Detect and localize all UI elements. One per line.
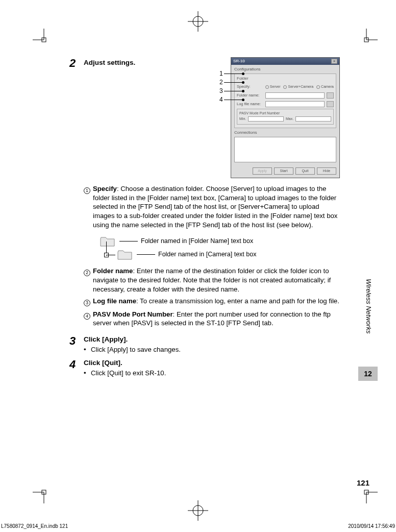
- step-4-number: 4: [69, 358, 84, 370]
- step-2-number: 2: [69, 57, 84, 69]
- pasv-min-input[interactable]: [248, 116, 284, 122]
- step-3: 3 Click [Apply]. •Click [Apply] to save …: [69, 335, 340, 354]
- callout-4: 4: [219, 95, 223, 104]
- step-3-title: Click [Apply].: [84, 335, 340, 344]
- registration-mark-bottom: [188, 500, 208, 521]
- section-side-label: Wireless Networks: [365, 271, 373, 342]
- step-4: 4 Click [Quit]. •Click [Quit] to exit SR…: [69, 358, 340, 378]
- step-4-title: Click [Quit].: [84, 358, 340, 368]
- close-icon[interactable]: ×: [331, 59, 337, 64]
- specify-radios[interactable]: Server Server+Camera Camera: [265, 84, 334, 89]
- crop-mark-bl: [33, 488, 48, 503]
- callout-1: 1: [219, 69, 223, 78]
- item-2-bold: Folder name: [93, 267, 133, 275]
- step-2-title: Adjust settings.: [84, 57, 227, 67]
- callout-2: 2: [219, 78, 223, 87]
- callout-numbers: 1 2 3 4: [219, 69, 243, 104]
- crop-mark-br: [362, 488, 378, 503]
- registration-mark-top: [188, 11, 208, 32]
- foldername-input[interactable]: [265, 92, 325, 99]
- dialog-screenshot: 1 2 3 4 SR-10 × Configurations: [231, 57, 340, 178]
- svg-rect-3: [364, 490, 368, 494]
- connections-list: [234, 137, 336, 162]
- foldername-browse-button[interactable]: [327, 92, 334, 99]
- step-4-bullet: Click [Quit] to exit SR-10.: [91, 369, 166, 378]
- svg-point-4: [193, 16, 203, 27]
- dialog-title-text: SR-10: [233, 59, 245, 64]
- step-3-bullet: Click [Apply] to save changes.: [91, 345, 181, 354]
- footer-filename: L7580872_0914_En.indb 121: [1, 523, 68, 529]
- crop-mark-tr: [362, 29, 378, 44]
- circle-4: 4: [84, 313, 90, 320]
- item-foldername: 2 Folder name: Enter the name of the des…: [84, 267, 340, 294]
- footer-timestamp: 2010/09/14 17:56:49: [348, 523, 395, 529]
- pasv-label: PASV Mode Port Number: [239, 111, 331, 115]
- sr10-dialog: SR-10 × Configurations Folder Specify: S…: [231, 57, 340, 178]
- item-pasv: 4 PASV Mode Port Number: Enter the port …: [84, 310, 340, 328]
- logfile-browse-button[interactable]: [327, 101, 334, 107]
- item-logfile: 3 Log file name: To create a transmissio…: [84, 297, 340, 306]
- tree-label-1: Folder named in [Folder Name] text box: [141, 237, 253, 246]
- folder-group-label: Folder: [237, 76, 334, 82]
- callout-3: 3: [219, 87, 223, 95]
- step-3-number: 3: [69, 335, 84, 347]
- item-3-bold: Log file name: [93, 297, 136, 305]
- pasv-max-input[interactable]: [295, 116, 331, 122]
- crop-mark-tl: [33, 29, 48, 44]
- tree-label-2: Folder named in [Camera] text box: [158, 250, 256, 259]
- svg-point-5: [193, 505, 203, 516]
- radio-server[interactable]: [265, 85, 269, 89]
- item-1-bold: Specify: [93, 185, 117, 192]
- chapter-tab: 12: [358, 367, 378, 381]
- svg-rect-1: [364, 38, 368, 42]
- folder-icon: [117, 249, 133, 260]
- page-number: 121: [357, 478, 369, 487]
- step-2: 2 Adjust settings. 1 2 3 4 SR-10 ×: [69, 57, 340, 331]
- circle-2: 2: [84, 270, 90, 276]
- item-4-bold: PASV Mode Port Number: [93, 310, 173, 318]
- pasv-max-label: Max.: [286, 116, 293, 121]
- item-1-text: : Choose a destination folder. Choose [S…: [93, 185, 337, 229]
- hide-button[interactable]: Hide: [317, 167, 336, 175]
- start-button[interactable]: Start: [274, 167, 293, 175]
- folder-tree-diagram: Folder named in [Folder Name] text box -…: [100, 235, 340, 261]
- circle-3: 3: [84, 300, 90, 306]
- item-3-text: : To create a transmission log, enter a …: [136, 297, 339, 305]
- radio-camera[interactable]: [316, 85, 320, 89]
- tree-minus-icon: -: [104, 253, 109, 257]
- config-label: Configurations: [234, 67, 336, 72]
- logfile-input[interactable]: [265, 101, 325, 107]
- item-specify: 1 Specify: Choose a destination folder. …: [84, 184, 340, 230]
- radio-server-camera[interactable]: [283, 85, 287, 89]
- pasv-min-label: Min.: [239, 116, 246, 121]
- folder-icon: [100, 236, 115, 247]
- circle-1: 1: [84, 187, 90, 194]
- quit-button[interactable]: Quit: [295, 167, 315, 175]
- apply-button[interactable]: Apply: [253, 167, 272, 175]
- svg-rect-0: [42, 38, 46, 42]
- svg-rect-2: [42, 490, 46, 494]
- connections-label: Connections: [234, 130, 336, 136]
